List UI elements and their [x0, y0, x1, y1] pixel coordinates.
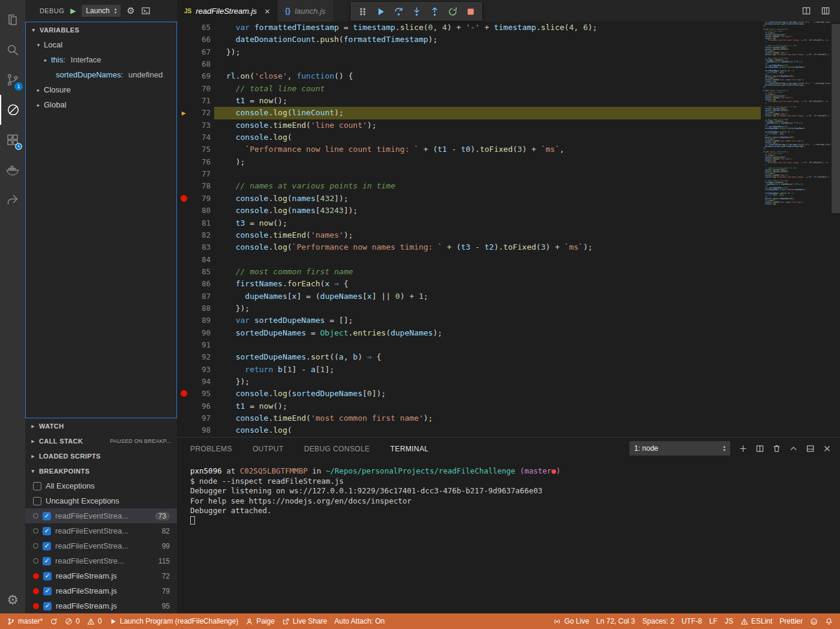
code-line-94[interactable]: 94 }); — [177, 376, 761, 388]
breakpoint-gutter[interactable] — [177, 34, 190, 46]
breakpoint-gutter[interactable] — [177, 95, 190, 107]
feedback-icon[interactable] — [0, 185, 25, 215]
status-eol[interactable]: LF — [706, 613, 721, 629]
split-terminal-icon[interactable] — [755, 444, 764, 453]
breakpoint-readfilestream-js-79[interactable]: ✓readFileStream.js79 — [25, 583, 177, 598]
status-notifications[interactable] — [821, 613, 836, 629]
code-line-77[interactable]: 77 — [177, 168, 761, 180]
code-line-75[interactable]: 75 `Performance now line count timing: `… — [177, 143, 761, 155]
code-line-82[interactable]: 82 console.timeEnd('names'); — [177, 229, 761, 241]
debug-console-icon[interactable] — [141, 6, 151, 16]
code-line-89[interactable]: 89 var sortedDupeNames = []; — [177, 314, 761, 327]
breakpoint-gutter[interactable] — [177, 290, 190, 302]
code-line-67[interactable]: 67}); — [177, 46, 761, 58]
status-account[interactable]: Paige — [242, 613, 278, 629]
scrollbar-thumb[interactable] — [832, 24, 840, 213]
panel-tab-terminal[interactable]: TERMINAL — [391, 445, 429, 453]
code-line-71[interactable]: 71 t1 = now(); — [177, 95, 761, 107]
breakpoint-readfileeventstrea-99[interactable]: ✓readFileEventStrea...99 — [25, 538, 177, 553]
editor-layout-icon[interactable] — [821, 6, 830, 16]
new-terminal-icon[interactable] — [739, 444, 748, 453]
variables-section-header[interactable]: ▾ VARIABLES — [26, 22, 176, 37]
panel-tab-problems[interactable]: PROBLEMS — [190, 445, 232, 453]
variables-scope-local[interactable]: ▾Local — [26, 37, 176, 52]
status-sync[interactable] — [46, 613, 61, 629]
tab-readfilestream-js[interactable]: JSreadFileStream.js× — [177, 0, 278, 22]
code-line-70[interactable]: 70 // total line count — [177, 83, 761, 95]
status-live-share[interactable]: Live Share — [278, 613, 331, 629]
breakpoint-readfilestream-js-72[interactable]: ✓readFileStream.js72 — [25, 568, 177, 583]
variables-scope-closure[interactable]: ▸Closure — [26, 82, 176, 97]
tab-launch-js[interactable]: {}launch.js — [278, 0, 334, 22]
breakpoint-gutter[interactable] — [177, 217, 190, 229]
breakpoint-gutter[interactable] — [177, 351, 190, 363]
code-line-69[interactable]: 69rl.on('close', function() { — [177, 70, 761, 82]
status-encoding[interactable]: UTF-8 — [678, 613, 706, 629]
variable-sorteddupenames[interactable]: sortedDupeNames:undefined — [26, 67, 176, 82]
breakpoint-readfileeventstre-115[interactable]: ✓readFileEventStre...115 — [25, 553, 177, 568]
status-indentation[interactable]: Spaces: 2 — [639, 613, 678, 629]
breakpoint-gutter[interactable] — [177, 70, 190, 82]
editor-scrollbar[interactable] — [832, 22, 840, 437]
status-warnings[interactable]: 0 — [83, 613, 106, 629]
code-line-87[interactable]: 87 dupeNames[x] = (dupeNames[x] || 0) + … — [177, 290, 761, 302]
checkbox-checked[interactable]: ✓ — [43, 557, 51, 565]
breakpoint-gutter[interactable] — [177, 302, 190, 314]
breakpoint-gutter[interactable] — [177, 143, 190, 155]
code-editor[interactable]: 65 var formattedTimestamp = timestamp.sl… — [177, 22, 840, 437]
code-line-76[interactable]: 76 ); — [177, 156, 761, 168]
status-go-live[interactable]: Go Live — [550, 613, 592, 629]
breakpoint-gutter[interactable] — [177, 205, 190, 217]
split-editor-icon[interactable] — [802, 6, 811, 16]
step-into-button[interactable] — [407, 3, 425, 20]
breakpoint-gutter[interactable] — [177, 424, 190, 436]
status-language-mode[interactable]: JS — [721, 613, 737, 629]
breakpoint-gutter[interactable] — [177, 412, 190, 424]
code-line-65[interactable]: 65 var formattedTimestamp = timestamp.sl… — [177, 22, 761, 34]
breakpoint-gutter[interactable] — [177, 314, 190, 327]
terminal-instance-select[interactable]: 1: node ▴▾ — [629, 441, 730, 456]
checkbox-checked[interactable]: ✓ — [43, 512, 51, 520]
section-loaded-scripts[interactable]: ▸LOADED SCRIPTS — [25, 448, 177, 463]
explorer-icon[interactable] — [0, 5, 25, 35]
panel-layout-icon[interactable] — [806, 444, 815, 453]
breakpoint-marker[interactable] — [177, 193, 190, 205]
breakpoint-gutter[interactable] — [177, 254, 190, 266]
restart-button[interactable] — [443, 3, 461, 20]
breakpoint-gutter[interactable] — [177, 278, 190, 290]
kill-terminal-icon[interactable] — [772, 444, 781, 453]
breakpoint-gutter[interactable] — [177, 339, 190, 351]
code-line-91[interactable]: 91 — [177, 339, 761, 351]
breakpoint-gutter[interactable] — [177, 58, 190, 70]
minimap[interactable]: var formattedTimestamp = timestamp.slice… — [763, 22, 830, 223]
section-watch[interactable]: ▸WATCH — [25, 418, 177, 433]
breakpoints-section-header[interactable]: ▾ BREAKPOINTS — [25, 463, 177, 478]
panel-tab-debug-console[interactable]: DEBUG CONSOLE — [304, 445, 370, 453]
breakpoint-gutter[interactable] — [177, 131, 190, 143]
code-line-86[interactable]: 86 firstNames.forEach(x ⇒ { — [177, 278, 761, 290]
breakpoint-gutter[interactable] — [177, 168, 190, 180]
step-over-button[interactable] — [389, 3, 407, 20]
panel-tab-output[interactable]: OUTPUT — [253, 445, 284, 453]
continue-button[interactable] — [371, 3, 389, 20]
breakpoint-readfilestream-js-95[interactable]: ✓readFileStream.js95 — [25, 598, 177, 613]
breakpoint-gutter[interactable] — [177, 119, 190, 131]
extensions-icon[interactable] — [0, 125, 25, 155]
debug-config-select[interactable]: Launch ▴▾ — [82, 5, 121, 17]
checkbox-unchecked[interactable] — [33, 482, 41, 490]
breakpoint-all-exceptions[interactable]: All Exceptions — [25, 478, 177, 493]
status-feedback[interactable] — [806, 613, 821, 629]
breakpoint-gutter[interactable] — [177, 83, 190, 95]
code-line-88[interactable]: 88 }); — [177, 302, 761, 314]
breakpoint-readfileeventstrea-73[interactable]: ✓readFileEventStrea...73 — [25, 508, 177, 523]
status-git-branch[interactable]: master* — [4, 613, 46, 629]
breakpoint-uncaught-exceptions[interactable]: Uncaught Exceptions — [25, 493, 177, 508]
code-line-74[interactable]: 74 console.log( — [177, 131, 761, 143]
code-line-93[interactable]: 93 return b[1] - a[1]; — [177, 364, 761, 376]
checkbox-checked[interactable]: ✓ — [43, 602, 52, 610]
code-line-92[interactable]: 92 sortedDupeNames.sort((a, b) ⇒ { — [177, 351, 761, 363]
breakpoint-gutter[interactable] — [177, 376, 190, 388]
start-debugging-button[interactable]: ▶ — [70, 7, 76, 15]
code-line-84[interactable]: 84 — [177, 254, 761, 266]
code-line-96[interactable]: 96 t1 = now(); — [177, 400, 761, 412]
